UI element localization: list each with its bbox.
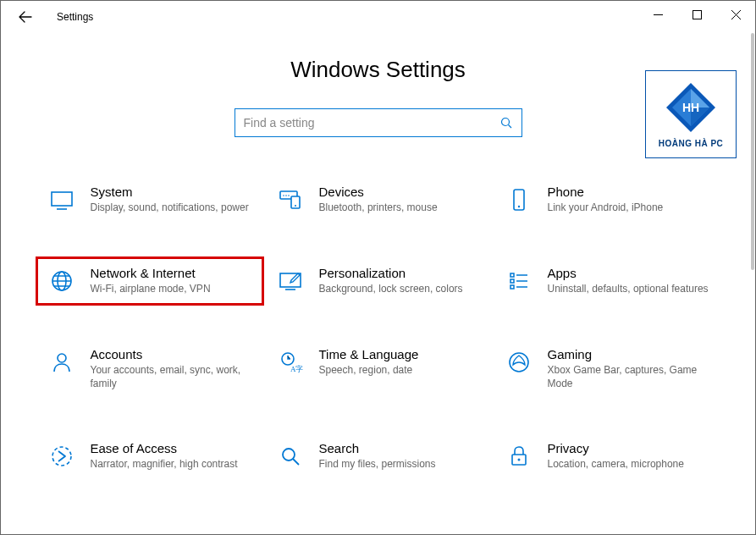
tile-desc: Your accounts, email, sync, work, family (91, 363, 253, 390)
svg-text:HH: HH (682, 101, 699, 114)
privacy-icon (504, 441, 534, 472)
tile-apps[interactable]: Apps Uninstall, defaults, optional featu… (497, 261, 717, 301)
brand-caption: HOÀNG HÀ PC (659, 139, 724, 148)
brand-logo: HH HOÀNG HÀ PC (645, 70, 737, 158)
apps-icon (504, 266, 534, 296)
close-icon (731, 10, 741, 19)
gaming-icon (504, 347, 534, 378)
tile-title: Apps (548, 266, 710, 280)
search-container (1, 108, 755, 137)
window-title: Settings (57, 11, 93, 23)
maximize-button[interactable] (677, 1, 716, 28)
svg-point-11 (283, 195, 284, 196)
tile-network[interactable]: Network & Internet Wi-Fi, airplane mode,… (40, 261, 260, 301)
tile-desc: Bluetooth, printers, mouse (319, 201, 482, 214)
close-button[interactable] (716, 1, 755, 28)
tile-phone[interactable]: Phone Link your Android, iPhone (497, 179, 717, 220)
brand-diamond-icon: HH (665, 81, 717, 134)
minimize-icon (654, 10, 663, 19)
personalization-icon (275, 266, 306, 296)
tile-title: Privacy (548, 441, 710, 455)
tile-privacy[interactable]: Privacy Location, camera, microphone (497, 436, 717, 477)
tile-desc: Narrator, magnifier, high contrast (91, 457, 253, 471)
search-input[interactable] (244, 116, 500, 130)
tile-desc: Wi-Fi, airplane mode, VPN (91, 282, 253, 295)
minimize-button[interactable] (638, 1, 677, 28)
tile-time-language[interactable]: A字 Time & Language Speech, region, date (268, 342, 488, 395)
svg-rect-21 (510, 285, 514, 289)
search-icon (500, 117, 513, 130)
tile-title: Search (319, 441, 482, 455)
tile-search[interactable]: Search Find my files, permissions (268, 436, 488, 477)
tile-desc: Link your Android, iPhone (548, 201, 710, 214)
svg-rect-7 (52, 192, 72, 206)
tile-title: Personalization (319, 266, 482, 280)
tile-title: Phone (548, 185, 710, 199)
tile-title: Devices (319, 185, 482, 199)
devices-icon (275, 185, 306, 215)
maximize-icon (693, 10, 702, 19)
svg-rect-20 (510, 279, 514, 283)
tile-accounts[interactable]: Accounts Your accounts, email, sync, wor… (40, 342, 260, 395)
tile-title: Gaming (548, 347, 710, 361)
svg-rect-0 (693, 10, 701, 19)
tile-system[interactable]: System Display, sound, notifications, po… (40, 179, 260, 220)
svg-text:A字: A字 (290, 365, 303, 373)
ease-of-access-icon (47, 441, 77, 472)
phone-icon (504, 185, 534, 215)
network-icon (47, 266, 77, 296)
search-box[interactable] (235, 108, 522, 137)
svg-point-27 (283, 449, 295, 461)
tile-gaming[interactable]: Gaming Xbox Game Bar, captures, Game Mod… (497, 342, 717, 395)
tile-title: System (91, 185, 253, 199)
svg-point-10 (295, 205, 296, 207)
svg-point-29 (517, 459, 520, 461)
tile-desc: Find my files, permissions (319, 457, 482, 471)
accounts-icon (47, 347, 77, 378)
svg-point-26 (52, 447, 71, 466)
window-controls (638, 1, 755, 28)
search-tile-icon (275, 441, 306, 472)
tile-devices[interactable]: Devices Bluetooth, printers, mouse (268, 179, 488, 220)
back-arrow-icon (18, 9, 33, 25)
content-area: HH HOÀNG HÀ PC Windows Settings System D… (1, 33, 755, 534)
tile-title: Accounts (91, 347, 253, 361)
svg-point-15 (517, 206, 519, 207)
svg-rect-19 (510, 273, 514, 277)
tile-desc: Location, camera, microphone (548, 457, 710, 471)
tile-title: Network & Internet (91, 266, 253, 280)
tile-desc: Display, sound, notifications, power (91, 201, 253, 214)
title-bar: Settings (1, 1, 755, 33)
svg-point-12 (285, 195, 287, 196)
page-title: Windows Settings (1, 57, 755, 83)
tile-title: Time & Language (319, 347, 482, 361)
settings-grid: System Display, sound, notifications, po… (1, 179, 755, 477)
tile-desc: Background, lock screen, colors (319, 282, 482, 295)
tile-title: Ease of Access (91, 441, 253, 455)
tile-desc: Xbox Game Bar, captures, Game Mode (548, 363, 710, 390)
svg-point-22 (58, 354, 66, 362)
svg-point-13 (288, 195, 290, 196)
svg-point-6 (501, 118, 509, 125)
tile-personalization[interactable]: Personalization Background, lock screen,… (268, 261, 488, 301)
system-icon (47, 185, 77, 215)
scrollbar-thumb[interactable] (751, 33, 754, 270)
scrollbar[interactable] (748, 33, 754, 533)
tile-desc: Speech, region, date (319, 363, 482, 377)
time-language-icon: A字 (275, 347, 306, 378)
back-button[interactable] (11, 3, 40, 31)
tile-desc: Uninstall, defaults, optional features (548, 282, 710, 295)
tile-ease-of-access[interactable]: Ease of Access Narrator, magnifier, high… (40, 436, 260, 477)
